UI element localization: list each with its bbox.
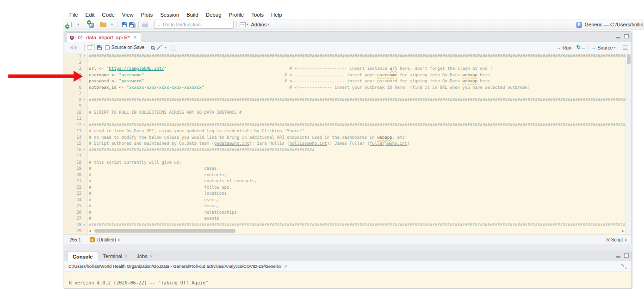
- menu-item-edit[interactable]: Edit: [82, 12, 99, 18]
- code-line: 12▾#####################################…: [64, 122, 625, 129]
- find-replace-icon[interactable]: [151, 46, 155, 49]
- code-editor[interactable]: 1▾######################################…: [64, 53, 632, 234]
- open-recent-dropdown[interactable]: ▾: [107, 20, 116, 29]
- rerun-button[interactable]: ↻→: [576, 44, 586, 50]
- save-icon[interactable]: [97, 45, 102, 50]
- code-line: 16▾#####################################…: [64, 147, 625, 154]
- line-number: 21: [64, 178, 83, 185]
- horizontal-scrollbar[interactable]: ◂ ▸: [89, 228, 624, 234]
- menu-item-view[interactable]: View: [118, 12, 137, 18]
- workspace: 01_data_import_api.R* ×: [63, 31, 633, 289]
- source-arrow-icon: →: [591, 45, 596, 50]
- file-type-selector[interactable]: R Script ▴▾: [607, 237, 626, 242]
- fold-toggle-icon[interactable]: ▾: [83, 53, 88, 60]
- print-button[interactable]: [141, 20, 149, 29]
- forward-icon[interactable]: [74, 45, 80, 50]
- code-line-text: # Script authored and maintained by Go.D…: [88, 141, 410, 147]
- code-line: 3url <- "https://sampleURL.int/" # <----…: [64, 66, 625, 72]
- line-number: 20: [64, 172, 83, 179]
- chunk-stepper-icon[interactable]: ▴▾: [118, 238, 120, 242]
- fold-gutter: [83, 197, 88, 204]
- fold-toggle-icon[interactable]: ▾: [83, 222, 88, 228]
- tab-console[interactable]: Console: [67, 252, 98, 261]
- menu-item-help[interactable]: Help: [267, 12, 286, 18]
- back-icon[interactable]: [68, 45, 73, 50]
- goto-directory-icon[interactable]: ↗: [284, 264, 287, 269]
- menu-item-file[interactable]: File: [68, 12, 82, 18]
- menu-item-plots[interactable]: Plots: [137, 12, 157, 18]
- new-file-dropdown[interactable]: ▾: [74, 20, 82, 29]
- goto-file-input[interactable]: [163, 22, 223, 27]
- line-number: 18: [64, 160, 83, 166]
- menu-item-tools[interactable]: Tools: [248, 12, 267, 18]
- fold-toggle-icon[interactable]: ▾: [83, 122, 88, 129]
- file-type-label: R Script: [607, 237, 623, 242]
- clear-console-icon[interactable]: [621, 263, 627, 269]
- toolbar-separator: [97, 21, 97, 28]
- run-button[interactable]: Run: [563, 45, 571, 50]
- menu-item-build[interactable]: Build: [183, 12, 202, 18]
- menu-item-profile[interactable]: Profile: [225, 12, 248, 18]
- chunk-selector[interactable]: (Untitled): [97, 237, 116, 242]
- line-number: 2: [64, 60, 83, 66]
- fold-gutter: [83, 78, 88, 85]
- new-project-button[interactable]: [86, 20, 95, 29]
- addins-menu[interactable]: Addins▾: [251, 22, 269, 27]
- editor-tab-active[interactable]: 01_data_import_api.R* ×: [67, 32, 141, 42]
- source-on-save-checkbox[interactable]: [105, 45, 110, 50]
- code-lines: 1▾######################################…: [64, 53, 625, 234]
- new-project-icon: [87, 21, 94, 28]
- line-number: 9: [64, 103, 83, 110]
- document-outline-icon[interactable]: [623, 45, 628, 50]
- console-tab-label: Console: [73, 254, 93, 259]
- console-output[interactable]: R version 4.0.2 (2020-06-22) -- "Taking …: [64, 271, 632, 289]
- goto-file-box: →: [154, 21, 234, 29]
- fold-gutter: [83, 172, 88, 179]
- pane-layout-button[interactable]: ▾: [239, 20, 249, 29]
- fold-gutter: [83, 110, 88, 116]
- maximize-pane-icon[interactable]: [624, 253, 629, 258]
- chevron-down-icon[interactable]: ▾: [165, 46, 167, 49]
- save-all-button[interactable]: [128, 20, 136, 29]
- code-tools-wand-icon[interactable]: [157, 45, 163, 50]
- fold-gutter: [83, 91, 88, 97]
- line-number: 14: [64, 135, 83, 141]
- code-line: 7: [64, 91, 625, 97]
- vertical-scrollbar-thumb[interactable]: [627, 54, 631, 64]
- minimize-pane-icon[interactable]: [616, 254, 620, 258]
- maximize-pane-icon[interactable]: [624, 34, 629, 38]
- minimize-pane-icon[interactable]: [616, 35, 620, 38]
- source-on-save-label: Source on Save: [111, 45, 144, 50]
- close-icon[interactable]: ×: [150, 253, 153, 259]
- code-line: 22# follow ups,: [64, 185, 625, 191]
- menu-item-code[interactable]: Code: [98, 12, 118, 18]
- scroll-left-icon[interactable]: ◂: [89, 228, 91, 234]
- open-file-button[interactable]: [99, 20, 107, 29]
- horizontal-scrollbar-thumb[interactable]: [94, 229, 235, 233]
- code-line: 13# read in from Go.Data API, using your…: [64, 128, 625, 135]
- scroll-right-icon[interactable]: ▸: [622, 228, 624, 234]
- compile-report-icon[interactable]: [172, 45, 176, 50]
- code-line: 15# Script authored and maintained by Go…: [64, 141, 625, 147]
- project-switcher[interactable]: Generic — C:/Users/hollis: [576, 22, 644, 28]
- source-dropdown-icon[interactable]: ▾: [613, 46, 615, 49]
- tab-close-icon[interactable]: ×: [134, 35, 137, 40]
- line-number: 23: [64, 191, 83, 197]
- vertical-scrollbar[interactable]: [625, 53, 632, 234]
- menu-item-session[interactable]: Session: [156, 12, 183, 18]
- fold-toggle-icon[interactable]: ▾: [83, 97, 88, 104]
- menu-item-debug[interactable]: Debug: [202, 12, 225, 18]
- open-in-new-window-icon[interactable]: [87, 45, 92, 49]
- tab-jobs[interactable]: Jobs×: [132, 251, 157, 261]
- fold-gutter: [83, 116, 88, 122]
- source-button[interactable]: Source: [597, 45, 613, 50]
- code-line: 28▾#####################################…: [64, 222, 625, 228]
- new-file-button[interactable]: [65, 20, 74, 29]
- fold-toggle-icon[interactable]: ▾: [83, 147, 88, 154]
- close-icon[interactable]: ×: [124, 253, 127, 259]
- tab-terminal[interactable]: Terminal×: [98, 251, 132, 261]
- code-line: 2: [64, 60, 625, 66]
- rerun-icon: ↻: [576, 44, 581, 50]
- save-button[interactable]: [120, 20, 128, 29]
- line-number: 25: [64, 203, 83, 210]
